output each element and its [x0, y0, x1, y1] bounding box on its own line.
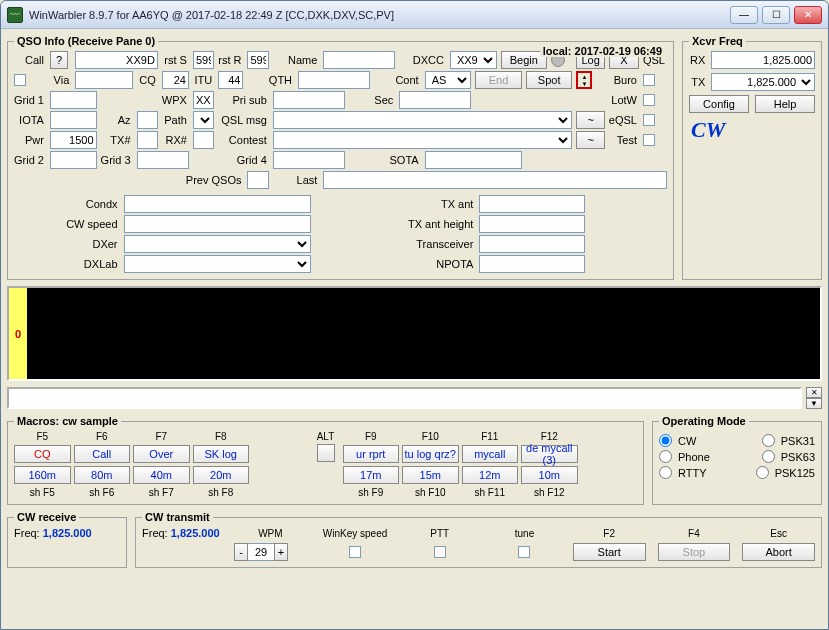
contest-select[interactable]	[273, 131, 573, 149]
dxer-select[interactable]	[124, 235, 312, 253]
tx-scroll[interactable]: ✕▼	[806, 387, 822, 409]
pwr-input[interactable]	[50, 131, 97, 149]
mode-cw-radio[interactable]	[659, 434, 672, 447]
spot-button[interactable]: Spot	[526, 71, 573, 89]
cq-input[interactable]	[162, 71, 189, 89]
mode-psk31-radio[interactable]	[762, 434, 775, 447]
macro-80m[interactable]: 80m	[74, 466, 131, 484]
grid2-input[interactable]	[50, 151, 97, 169]
prisub-input[interactable]	[273, 91, 345, 109]
dxlab-select[interactable]	[124, 255, 312, 273]
cq-label: CQ	[137, 74, 158, 86]
macro-15m[interactable]: 15m	[402, 466, 459, 484]
minimize-button[interactable]: —	[730, 6, 758, 24]
sota-input[interactable]	[425, 151, 522, 169]
npota-input[interactable]	[479, 255, 585, 273]
mode-rtty-radio[interactable]	[659, 466, 672, 479]
macro-de-mycall-3-[interactable]: de mycall (3)	[521, 445, 578, 463]
transceiver-input[interactable]	[479, 235, 585, 253]
macro-sk-log[interactable]: SK log	[193, 445, 250, 463]
txant-input[interactable]	[479, 195, 585, 213]
spot-spin[interactable]: ▲▼	[576, 71, 592, 89]
cont-label: Cont	[374, 74, 421, 86]
config-button[interactable]: Config	[689, 95, 749, 113]
tune-check[interactable]	[518, 546, 530, 558]
alt-toggle[interactable]: ALT	[312, 431, 340, 484]
macro-tu-log-qrz-[interactable]: tu log qrz?	[402, 445, 459, 463]
start-button[interactable]: Start	[573, 543, 646, 561]
lotw-check[interactable]	[643, 94, 655, 106]
test-check[interactable]	[643, 134, 655, 146]
macro-160m[interactable]: 160m	[14, 466, 71, 484]
call-input[interactable]	[75, 51, 158, 69]
via-input[interactable]	[75, 71, 132, 89]
cwtx-freq-link[interactable]: 1,825.000	[171, 527, 220, 539]
last-input[interactable]	[323, 171, 667, 189]
condx-input[interactable]	[124, 195, 312, 213]
qslmsg-toggle[interactable]: ~	[576, 111, 604, 129]
iota-input[interactable]	[50, 111, 97, 129]
mode-psk125-radio[interactable]	[756, 466, 769, 479]
buro-check[interactable]	[643, 74, 655, 86]
mode-phone-radio[interactable]	[659, 450, 672, 463]
qsl-check[interactable]	[14, 74, 26, 86]
grid4-input[interactable]	[273, 151, 345, 169]
tx-freq-select[interactable]: 1,825.000	[711, 73, 815, 91]
help-button[interactable]: Help	[755, 95, 815, 113]
cwspeed-input[interactable]	[124, 215, 312, 233]
cwrx-freq-link[interactable]: 1,825.000	[43, 527, 92, 539]
mode-psk63-radio[interactable]	[762, 450, 775, 463]
ptt-check[interactable]	[434, 546, 446, 558]
dxcc-label: DXCC	[399, 54, 446, 66]
grid3-input[interactable]	[137, 151, 189, 169]
qth-input[interactable]	[298, 71, 370, 89]
macro-ur-rprt[interactable]: ur rprt	[343, 445, 400, 463]
qslmsg-select[interactable]	[273, 111, 573, 129]
wpm-label: WPM	[234, 528, 307, 539]
dxcc-select[interactable]: XX9	[450, 51, 497, 69]
cwtx-legend: CW transmit	[142, 511, 213, 523]
maximize-button[interactable]: ☐	[762, 6, 790, 24]
rsts-input[interactable]	[193, 51, 214, 69]
macro-10m[interactable]: 10m	[521, 466, 578, 484]
grid3-label: Grid 3	[101, 154, 133, 166]
eqsl-check[interactable]	[643, 114, 655, 126]
pwr-label: Pwr	[14, 134, 46, 146]
macro-mycall[interactable]: mycall	[462, 445, 519, 463]
macro-cq[interactable]: CQ	[14, 445, 71, 463]
stop-button[interactable]: Stop	[658, 543, 731, 561]
xcvr-freq-group: Xcvr Freq RX TX 1,825.000 Config Help CW	[682, 35, 822, 280]
wpx-input[interactable]	[193, 91, 214, 109]
close-button[interactable]: ✕	[794, 6, 822, 24]
path-select[interactable]: S	[193, 111, 214, 129]
rstr-input[interactable]	[247, 51, 268, 69]
az-input[interactable]	[137, 111, 158, 129]
txnum-input[interactable]	[137, 131, 158, 149]
waterfall-canvas[interactable]	[27, 288, 820, 379]
prevqso-input[interactable]	[247, 171, 268, 189]
path-label: Path	[162, 114, 189, 126]
txantheight-input[interactable]	[479, 215, 585, 233]
macro-20m[interactable]: 20m	[193, 466, 250, 484]
winkey-check[interactable]	[349, 546, 361, 558]
cont-select[interactable]: AS	[425, 71, 472, 89]
abort-button[interactable]: Abort	[742, 543, 815, 561]
grid1-input[interactable]	[50, 91, 97, 109]
sec-input[interactable]	[399, 91, 471, 109]
macro-over[interactable]: Over	[133, 445, 190, 463]
end-button[interactable]: End	[475, 71, 522, 89]
buro-label: Buro	[609, 74, 639, 86]
macro-12m[interactable]: 12m	[462, 466, 519, 484]
rxnum-input[interactable]	[193, 131, 214, 149]
rx-freq-input[interactable]	[711, 51, 815, 69]
macro-call[interactable]: Call	[74, 445, 131, 463]
tx-text-input[interactable]	[7, 387, 802, 409]
macro-17m[interactable]: 17m	[343, 466, 400, 484]
itu-input[interactable]	[218, 71, 243, 89]
macro-40m[interactable]: 40m	[133, 466, 190, 484]
wpx-label: WPX	[162, 94, 189, 106]
wpm-spinner[interactable]: -+	[234, 543, 307, 561]
name-input[interactable]	[323, 51, 395, 69]
contest-toggle[interactable]: ~	[576, 131, 604, 149]
call-help-button[interactable]: ?	[50, 51, 68, 69]
